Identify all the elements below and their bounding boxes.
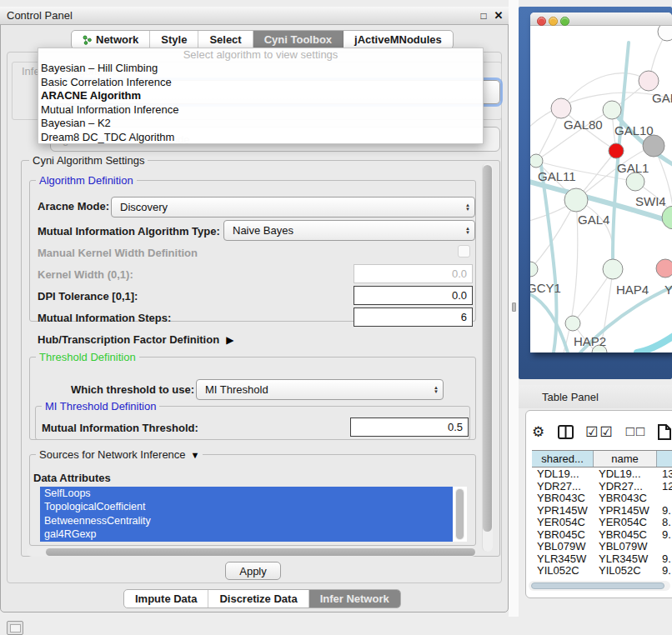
network-node-hap2[interactable]	[565, 316, 580, 331]
node-label: HAP2	[574, 334, 606, 348]
floating-panel-icon[interactable]	[7, 621, 23, 635]
network-node-gal10[interactable]	[603, 101, 621, 119]
table-row[interactable]: YIL052CYIL052C9.	[532, 565, 672, 575]
table-cell: YBL079W	[532, 541, 594, 553]
tab-style[interactable]: Style	[150, 31, 198, 48]
tab-network[interactable]: Network	[72, 31, 150, 48]
network-node-y[interactable]	[656, 259, 672, 278]
network-edge[interactable]	[530, 292, 568, 352]
network-node-hap4[interactable]	[603, 259, 623, 279]
network-node[interactable]	[643, 135, 664, 157]
attribute-item[interactable]: TopologicalCoefficient	[40, 500, 453, 513]
table-row[interactable]: YER054CYER054C8.	[532, 517, 672, 529]
manual-kernel-width-checkbox[interactable]	[458, 245, 470, 258]
which-threshold-label: Which threshold to use:	[71, 383, 194, 396]
deselect-all-icon[interactable]: □□	[626, 423, 647, 440]
algorithm-definition-title: Algorithm Definition	[36, 174, 137, 187]
mi-threshold-field[interactable]: 0.5	[350, 418, 469, 437]
table-cell: 13	[657, 468, 672, 481]
network-node-gcy1[interactable]	[530, 262, 538, 277]
column-header[interactable]: name	[594, 451, 657, 467]
mi-algorithm-type-combobox[interactable]: Naive Bayes ▲▼	[223, 220, 475, 241]
tab-label: Cyni Toolbox	[264, 33, 332, 46]
sources-group-title[interactable]: Sources for Network Inference ▼	[36, 448, 203, 461]
tab-select[interactable]: Select	[198, 31, 253, 48]
table-row[interactable]: YBR043CYBR043C	[532, 492, 672, 505]
network-node-gal11[interactable]	[530, 154, 543, 168]
table-row[interactable]: YDR27...YDR27...12	[532, 481, 672, 493]
export-table-icon[interactable]	[658, 424, 671, 440]
which-threshold-combobox[interactable]: MI Threshold ▲▼	[196, 379, 444, 400]
splitter-handle[interactable]	[512, 302, 516, 312]
collapse-down-icon: ▼	[191, 450, 200, 460]
algorithm-option[interactable]: Mutual Information Inference	[38, 103, 483, 118]
algorithm-option[interactable]: Bayesian – K2	[38, 117, 483, 131]
attribute-item[interactable]: BetweennessCentrality	[40, 514, 453, 528]
table-cell: YBR043C	[532, 492, 594, 505]
column-header[interactable]: shared...	[532, 451, 594, 467]
subtab-infer-network[interactable]: Infer Network	[309, 590, 400, 608]
table-row[interactable]: YLR345WYLR345W9.	[532, 553, 672, 566]
table-cell: YBR043C	[594, 492, 657, 505]
data-attributes-label: Data Attributes	[33, 472, 111, 484]
network-node[interactable]	[609, 143, 624, 158]
column-header[interactable]: A	[657, 451, 672, 467]
popup-placeholder: Select algorithm to view settings	[38, 48, 483, 62]
subtab-impute-data[interactable]: Impute Data	[124, 590, 208, 608]
network-node-gal[interactable]	[639, 71, 659, 91]
select-all-icon[interactable]: ☑☑	[585, 423, 614, 441]
sources-title-text: Sources for Network Inference	[39, 448, 186, 461]
mi-algorithm-type-label: Mutual Information Algorithm Type:	[38, 225, 220, 238]
table-cell	[657, 492, 672, 505]
aracne-mode-combobox[interactable]: Discovery ▲▼	[111, 197, 475, 218]
cyni-algorithm-settings-title: Cyni Algorithm Settings	[29, 154, 148, 167]
table-cell: YDR27...	[532, 481, 594, 493]
subtab-discretize-data[interactable]: Discretize Data	[208, 590, 308, 608]
float-panel-icon-button[interactable]: □	[477, 9, 490, 22]
tab-cyni-toolbox[interactable]: Cyni Toolbox	[253, 31, 344, 48]
network-node-swi4[interactable]	[662, 206, 672, 229]
table-horizontal-scrollbar-thumb[interactable]	[531, 582, 664, 589]
table-panel-titlebar: Table Panel	[519, 385, 672, 408]
network-edge[interactable]	[561, 73, 649, 108]
network-canvas[interactable]: GALGAL80GAL10GAL1GAL11GAL4SWI4GCY1HAP4YH…	[530, 26, 672, 352]
tab-jactivemnodules[interactable]: jActiveMNodules	[344, 31, 453, 48]
dpi-tolerance-field[interactable]: 0.0	[354, 286, 473, 305]
table-cell: 9.	[657, 553, 672, 566]
table-cell: YDR27...	[594, 481, 657, 493]
table-row[interactable]: YDL19...YDL19...13	[532, 468, 672, 481]
hub-definition-expander[interactable]: Hub/Transcription Factor Definition ▶	[38, 333, 233, 346]
network-node-gal4[interactable]	[564, 188, 588, 212]
tab-label: Discretize Data	[219, 592, 297, 605]
attribute-item[interactable]: gal4RGexp	[40, 528, 453, 541]
network-node-gal1[interactable]	[626, 172, 644, 191]
kernel-width-field[interactable]: 0.0	[354, 264, 473, 283]
apply-button[interactable]: Apply	[225, 562, 281, 580]
close-traffic-light-icon[interactable]	[537, 17, 546, 26]
table-row[interactable]: YPR145WYPR145W9.	[532, 505, 672, 518]
data-attributes-list[interactable]: SelfLoopsTopologicalCoefficientBetweenne…	[40, 487, 467, 542]
table-cell: YPR145W	[532, 505, 594, 518]
settings-vertical-scrollbar-thumb[interactable]	[483, 165, 492, 532]
gear-icon[interactable]: ⚙	[532, 423, 546, 441]
mi-steps-field[interactable]: 6	[354, 308, 473, 327]
algorithm-option[interactable]: Basic Correlation Inference	[38, 76, 483, 90]
minimize-traffic-light-icon[interactable]	[549, 17, 558, 26]
settings-horizontal-scrollbar-thumb[interactable]	[46, 548, 475, 556]
split-pane-icon[interactable]	[558, 425, 574, 439]
algorithm-option[interactable]: Dream8 DC_TDC Algorithm	[38, 131, 483, 145]
zoom-traffic-light-icon[interactable]	[560, 17, 569, 26]
node-label: Y	[664, 282, 672, 297]
network-node-gal80[interactable]	[551, 98, 571, 118]
algorithm-option[interactable]: ARACNE Algorithm	[38, 89, 483, 103]
attributes-scrollbar-thumb[interactable]	[456, 489, 464, 539]
table-row[interactable]: YBL079WYBL079W	[532, 541, 672, 553]
network-node[interactable]	[658, 26, 672, 41]
control-panel-titlebar: Control Panel	[0, 7, 509, 25]
attribute-item[interactable]: SelfLoops	[40, 487, 453, 500]
table-cell: YER054C	[594, 517, 657, 529]
algorithm-option[interactable]: Bayesian – Hill Climbing	[38, 62, 483, 76]
close-icon[interactable]: ✕	[492, 9, 505, 22]
network-edge[interactable]	[637, 332, 672, 352]
table-row[interactable]: YBR045CYBR045C9.	[532, 529, 672, 542]
